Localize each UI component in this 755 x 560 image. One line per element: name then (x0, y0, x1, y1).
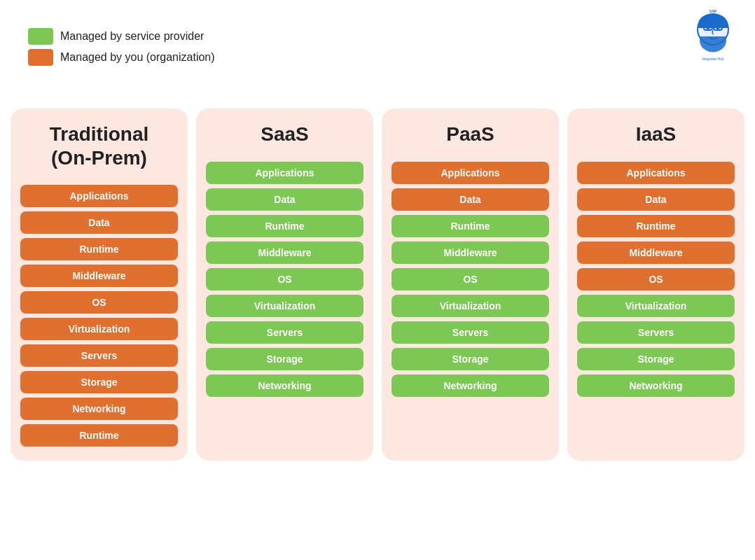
stack-item-traditional-6: Servers (20, 344, 178, 367)
stack-saas: ApplicationsDataRuntimeMiddlewareOSVirtu… (206, 162, 363, 397)
stack-item-saas-7: Storage (206, 348, 363, 370)
stack-item-traditional-1: Data (20, 211, 178, 234)
column-title-traditional: Traditional(On-Prem) (50, 122, 149, 169)
legend-color-green (28, 28, 53, 45)
legend-label-green: Managed by service provider (60, 30, 204, 43)
columns-container: Traditional(On-Prem)ApplicationsDataRunt… (11, 108, 744, 461)
stack-item-saas-5: Virtualization (206, 295, 363, 317)
column-title-iaas: IaaS (636, 122, 677, 146)
stack-item-saas-2: Runtime (206, 215, 363, 237)
stack-item-traditional-2: Runtime (20, 238, 178, 260)
stack-item-iaas-2: Runtime (577, 215, 735, 237)
stack-item-paas-4: OS (392, 268, 549, 290)
stack-item-iaas-6: Servers (577, 321, 735, 344)
stack-item-saas-4: OS (206, 268, 363, 290)
stack-item-saas-8: Networking (206, 374, 363, 397)
stack-item-iaas-0: Applications (577, 162, 735, 184)
stack-item-traditional-7: Storage (20, 371, 178, 393)
stack-item-traditional-0: Applications (20, 185, 178, 207)
column-iaas: IaaSApplicationsDataRuntimeMiddlewareOSV… (567, 108, 744, 461)
stack-item-saas-0: Applications (206, 162, 363, 184)
stack-item-paas-6: Servers (392, 321, 549, 344)
stack-item-saas-3: Middleware (206, 241, 363, 264)
stack-item-iaas-5: Virtualization (577, 295, 735, 317)
stack-item-paas-3: Middleware (392, 241, 549, 264)
logo-svg: SAP Integration Hub (685, 7, 741, 63)
stack-item-traditional-5: Virtualization (20, 318, 178, 340)
legend-label-orange: Managed by you (organization) (60, 51, 215, 64)
stack-item-traditional-8: Networking (20, 398, 178, 420)
column-title-saas: SaaS (261, 122, 309, 146)
stack-item-paas-1: Data (392, 188, 549, 211)
stack-item-iaas-7: Storage (577, 348, 735, 370)
stack-item-paas-5: Virtualization (392, 295, 549, 317)
stack-item-saas-6: Servers (206, 321, 363, 344)
legend-item-orange: Managed by you (organization) (28, 49, 215, 66)
stack-item-iaas-1: Data (577, 188, 735, 211)
stack-item-traditional-4: OS (20, 291, 178, 314)
logo: SAP Integration Hub (685, 7, 741, 63)
column-saas: SaaSApplicationsDataRuntimeMiddlewareOSV… (196, 108, 373, 461)
stack-paas: ApplicationsDataRuntimeMiddlewareOSVirtu… (392, 162, 549, 397)
svg-text:SAP: SAP (709, 9, 717, 13)
legend-item-green: Managed by service provider (28, 28, 215, 45)
stack-iaas: ApplicationsDataRuntimeMiddlewareOSVirtu… (577, 162, 735, 397)
stack-item-saas-1: Data (206, 188, 363, 211)
stack-item-traditional-3: Middleware (20, 265, 178, 287)
stack-item-paas-2: Runtime (392, 215, 549, 237)
stack-item-paas-7: Storage (392, 348, 549, 370)
stack-item-iaas-4: OS (577, 268, 735, 290)
legend: Managed by service provider Managed by y… (28, 28, 215, 66)
stack-item-traditional-9: Runtime (20, 424, 178, 447)
stack-item-iaas-3: Middleware (577, 241, 735, 264)
svg-text:Integration Hub: Integration Hub (702, 57, 724, 61)
stack-item-paas-0: Applications (392, 162, 549, 184)
stack-item-paas-8: Networking (392, 374, 549, 397)
stack-item-iaas-8: Networking (577, 374, 735, 397)
column-paas: PaaSApplicationsDataRuntimeMiddlewareOSV… (382, 108, 559, 461)
legend-color-orange (28, 49, 53, 66)
column-title-paas: PaaS (446, 122, 494, 146)
column-traditional: Traditional(On-Prem)ApplicationsDataRunt… (11, 108, 188, 461)
stack-traditional: ApplicationsDataRuntimeMiddlewareOSVirtu… (20, 185, 178, 447)
